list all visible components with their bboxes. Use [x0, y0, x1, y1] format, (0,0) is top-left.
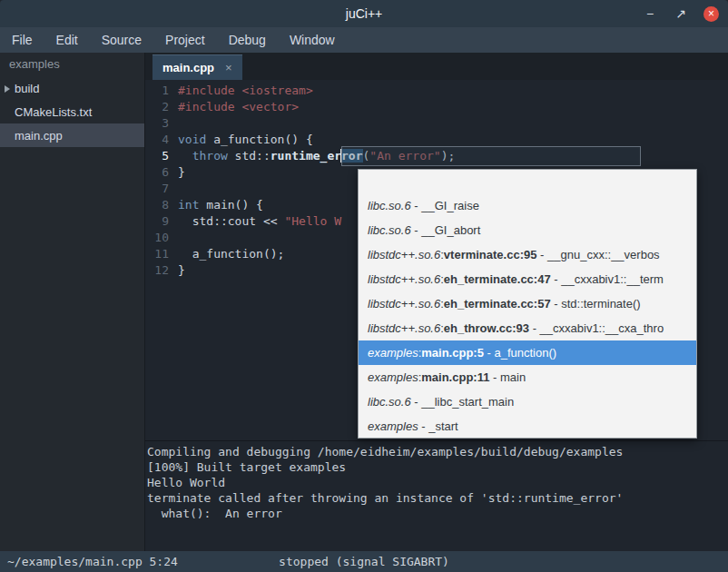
code-token: #include <vector> — [178, 100, 299, 113]
minimize-button[interactable]: − — [642, 5, 658, 22]
frame-symbol: __cxxabiv1::__term — [561, 272, 664, 286]
stack-list: libc.so.6 - __GI_raiselibc.so.6 - __GI_a… — [359, 193, 696, 439]
code-token — [178, 149, 192, 163]
stack-frame-row[interactable]: libc.so.6 - __libc_start_main — [359, 390, 696, 414]
frame-symbol: a_function() — [494, 346, 556, 360]
menu-item[interactable]: Window — [278, 27, 347, 53]
frame-module: libstdc++.so.6 — [368, 248, 440, 261]
line-number: 8 — [145, 197, 172, 213]
menu-item[interactable]: Source — [90, 27, 153, 53]
window-title: juCi++ — [346, 6, 382, 21]
juci-window: juCi++ − ↗ × File Edit Source Project De… — [0, 0, 728, 572]
frame-location: eh_throw.cc:93 — [444, 321, 529, 335]
terminal-line: terminate called after throwing an insta… — [147, 490, 728, 506]
line-number: 4 — [145, 132, 172, 148]
frame-separator: - — [418, 419, 429, 433]
menu-item[interactable]: File — [0, 27, 44, 53]
close-button[interactable]: × — [703, 6, 719, 22]
line-number: 6 — [145, 164, 172, 181]
code-token: std::cout << — [178, 214, 284, 228]
frame-symbol: _start — [428, 419, 458, 433]
stack-frame-row[interactable]: examples:main.cpp:5 - a_function() — [359, 340, 696, 365]
cursor-location: ~/examples/main.cpp 5:24 — [7, 555, 178, 568]
line-number: 12 — [145, 262, 172, 279]
stack-frame-row[interactable]: libstdc++.so.6:vterminate.cc:95 - __gnu_… — [359, 242, 696, 267]
code-token: a_function() { — [206, 133, 312, 146]
line-number: 2 — [145, 99, 172, 115]
code-token: throw — [192, 149, 228, 163]
frame-symbol: __cxxabiv1::__cxa_thro — [540, 321, 664, 335]
frame-separator: - — [489, 370, 500, 384]
frame-symbol: main — [500, 370, 526, 384]
backtrace-popup: libc.so.6 - __GI_raiselibc.so.6 - __GI_a… — [358, 169, 697, 439]
frame-separator: - — [411, 223, 422, 237]
code-token: } — [178, 165, 185, 179]
tab-bar: main.cpp × — [145, 53, 728, 80]
code-line[interactable]: #include <iostream> — [178, 83, 455, 99]
frame-module: libstdc++.so.6 — [368, 297, 440, 311]
frame-separator: - — [536, 248, 547, 261]
tab-close-icon[interactable]: × — [225, 61, 232, 74]
frame-separator: - — [551, 272, 562, 286]
file-tree-item[interactable]: main.cpp — [0, 123, 144, 147]
stack-frame-row[interactable]: libc.so.6 - __GI_raise — [359, 193, 696, 218]
frame-module: examples — [368, 419, 418, 433]
file-name: build — [15, 82, 39, 95]
code-token: #include <iostream> — [178, 84, 313, 97]
stack-frame-row[interactable]: examples:main.cpp:11 - main — [359, 365, 696, 390]
stack-frame-row[interactable]: libc.so.6 - __GI_abort — [359, 218, 696, 242]
frame-separator: - — [484, 346, 495, 360]
code-token: main() { — [199, 198, 262, 212]
file-name: CMakeLists.txt — [15, 105, 92, 119]
line-number: 11 — [145, 246, 172, 262]
terminal-output[interactable]: Compiling and debugging /home/eidheim/ex… — [145, 440, 728, 551]
frame-separator: - — [529, 321, 540, 335]
stack-frame-row[interactable]: libstdc++.so.6:eh_terminate.cc:57 - std:… — [359, 291, 696, 316]
frame-location: main.cpp:11 — [421, 370, 489, 384]
frame-separator: - — [411, 199, 422, 212]
frame-location: eh_terminate.cc:47 — [444, 272, 551, 286]
frame-separator: - — [411, 395, 422, 409]
terminal-line: Compiling and debugging /home/eidheim/ex… — [147, 444, 728, 459]
code-token: "Hello W — [284, 214, 341, 228]
stack-frame-row[interactable]: examples - _start — [359, 414, 696, 439]
frame-module: libc.so.6 — [368, 395, 411, 409]
titlebar[interactable]: juCi++ − ↗ × — [0, 0, 728, 27]
frame-symbol: __gnu_cxx::__verbos — [547, 248, 660, 261]
code-token: void — [178, 133, 206, 146]
line-number: 5 — [145, 148, 172, 164]
project-name: examples — [0, 53, 144, 76]
code-line[interactable]: #include <vector> — [178, 99, 455, 115]
frame-location: vterminate.cc:95 — [444, 248, 537, 261]
frame-symbol: __GI_raise — [421, 199, 479, 212]
stack-frame-row[interactable]: libstdc++.so.6:eh_terminate.cc:47 - __cx… — [359, 267, 696, 291]
stack-frame-row[interactable]: libstdc++.so.6:eh_throw.cc:93 - __cxxabi… — [359, 316, 696, 340]
terminal-line: Hello World — [147, 475, 728, 490]
maximize-button[interactable]: ↗ — [673, 5, 689, 22]
menu-item[interactable]: Edit — [44, 27, 90, 53]
line-number: 3 — [145, 115, 172, 132]
close-icon: × — [708, 7, 714, 20]
tab-label: main.cpp — [162, 61, 214, 74]
file-explorer: examples build CMakeLists.txt — [0, 53, 145, 551]
frame-module: libc.so.6 — [368, 223, 411, 237]
frame-symbol: __GI_abort — [421, 223, 480, 237]
popup-filter-row[interactable] — [359, 170, 696, 193]
line-number: 7 — [145, 181, 172, 197]
code-line[interactable] — [178, 115, 455, 132]
frame-location: eh_terminate.cc:57 — [444, 297, 551, 311]
code-token: std:: — [228, 149, 271, 163]
file-tree-item[interactable]: CMakeLists.txt — [0, 100, 144, 123]
code-token: a_function(); — [178, 247, 284, 261]
tab-main-cpp[interactable]: main.cpp × — [152, 54, 242, 80]
menu-item[interactable]: Project — [153, 27, 217, 53]
line-number: 9 — [145, 213, 172, 230]
frame-module: libstdc++.so.6 — [368, 272, 440, 286]
file-tree-item[interactable]: build — [0, 76, 144, 100]
frame-module: libc.so.6 — [368, 199, 411, 212]
frame-module: examples — [368, 370, 418, 384]
status-bar: ~/examples/main.cpp 5:24 stopped (signal… — [0, 551, 728, 572]
menu-item[interactable]: Debug — [217, 27, 278, 53]
frame-separator: - — [551, 297, 562, 311]
menubar: File Edit Source Project Debug Window — [0, 27, 728, 53]
